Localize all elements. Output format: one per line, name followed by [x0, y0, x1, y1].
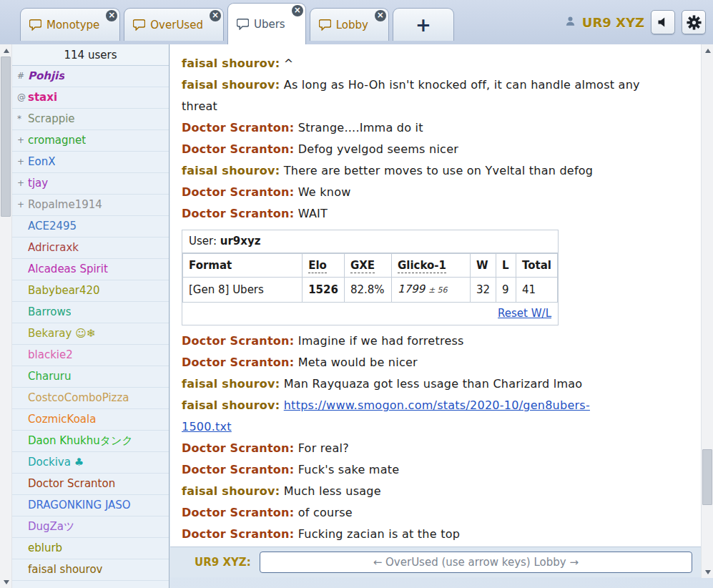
ladder-cell-glicko: 1799 ± 56	[391, 278, 470, 303]
userlist-item[interactable]: CostcoComboPizza	[12, 388, 169, 409]
chat-text: Fucking zacian is at the top	[298, 527, 460, 541]
chat-message: Doctor Scranton: Fucking zacian is at th…	[182, 524, 651, 545]
settings-button[interactable]	[682, 10, 706, 34]
ladder-rating-table: User: ur9xyz Format Elo GXE Glicko-1 W L…	[182, 230, 559, 325]
userlist-item[interactable]: DugZaツ	[12, 516, 169, 538]
scrollbar-thumb[interactable]	[1, 57, 11, 217]
userlist-item[interactable]: #Pohjis	[12, 66, 169, 87]
userlist-item[interactable]: Adricraxk	[12, 237, 169, 259]
chat-input-bar: UR9 XYZ:	[170, 547, 701, 577]
tab-monotype[interactable]: Monotype×	[20, 8, 120, 41]
user-name: cromagnet	[28, 130, 86, 151]
ladder-cell-elo: 1526	[303, 278, 345, 303]
ladder-header-elo: Elo	[303, 254, 345, 278]
userlist-item[interactable]: blackie2	[12, 345, 169, 366]
scroll-up-button[interactable]	[702, 44, 713, 57]
chat-username: faisal shourov:	[182, 164, 280, 177]
chat-bubble-icon	[319, 19, 331, 31]
ladder-caption-label: User:	[189, 235, 217, 248]
user-name: Scrappie	[28, 109, 75, 129]
user-name: DRAGONKING JASO	[28, 495, 131, 516]
userlist-item[interactable]: Babybear420	[12, 280, 169, 302]
scrollbar-thumb[interactable]	[702, 449, 712, 505]
close-tab-icon[interactable]: ×	[292, 5, 303, 16]
tab-label: Lobby	[336, 19, 368, 31]
userlist-item[interactable]: DRAGONKING JASO	[12, 495, 169, 516]
chat-message: faisal shourov: https://www.smogon.com/s…	[182, 395, 651, 438]
chat-text: Much less usage	[284, 484, 381, 498]
user-rank: #	[17, 66, 28, 87]
tab-lobby[interactable]: Lobby×	[310, 8, 389, 41]
close-tab-icon[interactable]: ×	[375, 10, 386, 21]
chat-username: faisal shourov:	[182, 398, 280, 412]
gear-icon	[687, 15, 702, 30]
user-rank: +	[17, 152, 28, 172]
ladder-cell-format: [Gen 8] Ubers	[183, 278, 303, 303]
userlist-item[interactable]: +cromagnet	[12, 130, 169, 152]
userlist-item[interactable]: faisal shourov	[12, 559, 169, 581]
chat-message-input[interactable]	[260, 552, 692, 573]
scroll-down-button[interactable]	[702, 566, 713, 578]
userlist-item[interactable]: Daon Khukhuタンク	[12, 431, 169, 452]
ladder-cell-total: 41	[516, 278, 558, 303]
userlist-item[interactable]: +EonX	[12, 152, 169, 173]
ladder-cell-l: 9	[496, 278, 516, 303]
user-icon	[565, 16, 576, 29]
ladder-caption-user: ur9xyz	[220, 235, 261, 248]
user-name: eblurb	[28, 538, 62, 559]
userlist-panel: 114 users #Pohjis@staxi*Scrappie+cromagn…	[12, 44, 169, 588]
userlist-item[interactable]: ACE2495	[12, 216, 169, 237]
userlist-scrollbar	[0, 44, 12, 588]
userlist-item[interactable]: CozmicKoala	[12, 409, 169, 431]
reset-wl-link[interactable]: Reset W/L	[498, 307, 551, 320]
userlist-item[interactable]: *Scrappie	[12, 109, 169, 130]
user-name: Charuru	[28, 366, 72, 387]
tab-overused[interactable]: OverUsed×	[124, 8, 224, 41]
close-tab-icon[interactable]: ×	[210, 10, 221, 21]
ladder-header-total: Total	[516, 254, 558, 278]
user-name: blackie2	[28, 345, 73, 366]
ladder-header-glicko: Glicko-1	[391, 254, 470, 278]
user-name: CozmicKoala	[28, 409, 96, 430]
chat-username: faisal shourov:	[182, 78, 280, 92]
user-name: EonX	[28, 152, 55, 172]
current-username[interactable]: UR9 XYZ	[582, 15, 644, 30]
scroll-up-button[interactable]	[0, 44, 12, 57]
chat-log: faisal shourov: ^faisal shourov: As long…	[170, 44, 701, 547]
sound-button[interactable]	[651, 10, 675, 34]
topbar-right: UR9 XYZ	[565, 0, 706, 44]
tab-ubers[interactable]: Ubers×	[227, 3, 306, 44]
chat-message: Doctor Scranton: Meta would be nicer	[182, 352, 651, 373]
close-tab-icon[interactable]: ×	[106, 10, 117, 21]
user-name: Pohjis	[28, 66, 64, 87]
user-name: Doctor Scranton	[28, 474, 115, 494]
chat-message: faisal shourov: ^	[182, 53, 651, 74]
scroll-down-button[interactable]	[0, 576, 12, 588]
userlist-item[interactable]: +tjay	[12, 173, 169, 195]
chat-username: Doctor Scranton:	[182, 185, 294, 199]
chat-username: faisal shourov:	[182, 57, 280, 70]
room-tabs: Monotype×OverUsed×Ubers×Lobby×+	[20, 3, 454, 44]
chat-username: Doctor Scranton:	[182, 441, 294, 455]
chat-message: Doctor Scranton: of course	[182, 502, 651, 524]
userlist-item[interactable]: Doctor Scranton	[12, 474, 169, 495]
user-name: tjay	[28, 173, 48, 194]
userlist-item[interactable]: Dockiva ♣	[12, 452, 169, 474]
userlist-item[interactable]: Alcadeas Spirit	[12, 259, 169, 280]
userlist-item[interactable]: Charuru	[12, 366, 169, 388]
userlist-items: #Pohjis@staxi*Scrappie+cromagnet+EonX+tj…	[12, 66, 169, 581]
chat-message: Doctor Scranton: Defog yvelgod seems nic…	[182, 139, 651, 160]
ladder-cell-w: 32	[470, 278, 496, 303]
chat-username: Doctor Scranton:	[182, 506, 294, 519]
chat-message: Doctor Scranton: WAIT	[182, 203, 651, 225]
ladder-header-w: W	[470, 254, 496, 278]
userlist-item[interactable]: eblurb	[12, 538, 169, 559]
new-tab-button[interactable]: +	[393, 8, 454, 41]
userlist-item[interactable]: @staxi	[12, 87, 169, 109]
userlist-item[interactable]: Bekaray ☺❄	[12, 323, 169, 345]
userlist-count[interactable]: 114 users	[12, 44, 169, 66]
userlist-item[interactable]: +Ropalme1914	[12, 195, 169, 216]
userlist-item[interactable]: Barrows	[12, 302, 169, 323]
chat-text: Man Rayquaza got less usage than Chariza…	[284, 377, 583, 391]
chat-message: faisal shourov: Man Rayquaza got less us…	[182, 373, 651, 395]
